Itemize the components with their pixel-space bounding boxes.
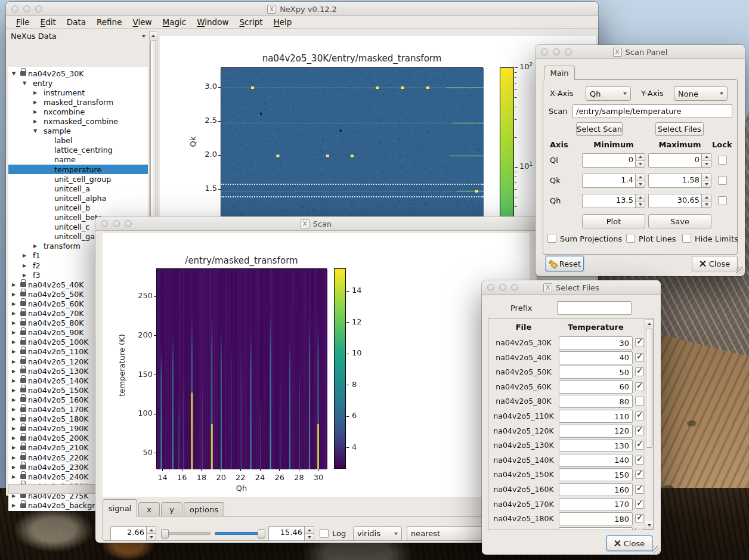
file-checkbox-na04v2o5_180K[interactable]: ✓ (635, 514, 644, 523)
spin-arrows[interactable] (635, 174, 645, 187)
tree-collapsed-icon[interactable]: ▶ (12, 339, 20, 345)
max-spinbox-Qh[interactable]: 30.65 (648, 194, 711, 208)
tree-item-instrument[interactable]: ▶instrument (8, 88, 148, 97)
tree-collapsed-icon[interactable]: ▶ (12, 301, 20, 307)
temperature-input-na04v2o5_110K[interactable]: 110 (559, 410, 633, 423)
menu-item-help[interactable]: Help (268, 17, 298, 27)
tree-item-name[interactable]: name (8, 155, 148, 165)
tree-collapsed-icon[interactable]: ▶ (12, 330, 20, 335)
tree-collapsed-icon[interactable]: ▶ (33, 109, 42, 115)
close-button[interactable]: Close (692, 256, 738, 271)
spin-up[interactable] (702, 174, 711, 181)
tree-collapsed-icon[interactable]: ▶ (12, 445, 20, 450)
menu-item-script[interactable]: Script (234, 17, 268, 27)
menu-item-window[interactable]: Window (191, 17, 234, 27)
resize-grip[interactable] (736, 267, 744, 275)
tree-collapsed-icon[interactable]: ▶ (12, 311, 20, 316)
temperature-input-na04v2o5_180K[interactable]: 180 (559, 512, 633, 525)
tree-item-nxcombine[interactable]: ▶nxcombine (8, 107, 148, 116)
tree-collapsed-icon[interactable]: ▶ (12, 369, 20, 374)
tree-collapsed-icon[interactable]: ▶ (12, 378, 20, 383)
reset-button[interactable]: Reset (546, 256, 584, 271)
tree-collapsed-icon[interactable]: ▶ (12, 397, 20, 403)
scan-titlebar[interactable]: X Scan (95, 216, 537, 231)
tab-options[interactable]: options (184, 502, 224, 516)
menu-item-file[interactable]: File (11, 17, 35, 27)
tree-collapsed-icon[interactable]: ▶ (23, 273, 31, 278)
file-checkbox-na04v2o5_80K[interactable] (635, 397, 644, 406)
tree-collapsed-icon[interactable]: ▶ (12, 474, 20, 479)
select-files-titlebar[interactable]: X Select Files (482, 280, 661, 295)
tree-item-unitcell_b[interactable]: unitcell_b (8, 203, 148, 212)
colormap-combobox[interactable]: viridis (353, 526, 402, 541)
tab-main[interactable]: Main (544, 66, 575, 80)
scan-heatmap-canvas[interactable] (157, 269, 327, 469)
tree-collapsed-icon[interactable]: ▶ (12, 359, 20, 364)
file-scrollbar-thumb[interactable] (646, 329, 652, 448)
save-button[interactable]: Save (648, 214, 711, 228)
prefix-input[interactable] (557, 301, 632, 315)
temperature-input-na04v2o5_130K[interactable]: 130 (559, 439, 633, 452)
tree-collapsed-icon[interactable]: ▶ (12, 455, 20, 460)
menu-item-refine[interactable]: Refine (91, 17, 127, 27)
temperature-input-na04v2o5_140K[interactable]: 140 (559, 454, 633, 467)
tree-item-unit_cell_group[interactable]: unit_cell_group (8, 174, 148, 184)
vmin-slider[interactable] (162, 532, 211, 535)
file-list-scrollbar[interactable] (645, 319, 654, 530)
tree-collapsed-icon[interactable]: ▶ (12, 426, 20, 431)
resize-grip[interactable] (652, 546, 660, 553)
spin-arrows[interactable] (701, 194, 711, 208)
spin-down[interactable] (636, 181, 645, 188)
tree-item-unitcell_a[interactable]: unitcell_a (8, 184, 148, 193)
spin-up[interactable] (636, 174, 645, 181)
file-checkbox-na04v2o5_50K[interactable]: ✓ (635, 367, 644, 376)
temperature-input-na04v2o5_160K[interactable]: 160 (559, 483, 633, 496)
tree-group-combobox[interactable]: NeXus Data (8, 31, 148, 41)
spin-arrows[interactable] (304, 527, 314, 540)
spin-down[interactable] (636, 202, 645, 208)
tree-collapsed-icon[interactable]: ▶ (12, 416, 20, 422)
spin-up[interactable] (702, 154, 711, 161)
plot-button[interactable]: Plot (582, 214, 645, 228)
file-checkbox-na04v2o5_40K[interactable]: ✓ (635, 353, 644, 362)
tree-item-masked_transform[interactable]: ▶masked_transform (8, 97, 148, 107)
spin-down[interactable] (702, 181, 711, 188)
min-spinbox-Ql[interactable]: 0 (582, 153, 645, 168)
spin-up[interactable] (702, 194, 711, 202)
min-spinbox-Qk[interactable]: 1.4 (582, 174, 645, 188)
file-checkbox-partial[interactable] (635, 528, 644, 530)
spin-up[interactable] (636, 194, 645, 202)
tree-collapsed-icon[interactable]: ▶ (12, 320, 20, 326)
select-files-button[interactable]: Select Files (655, 122, 704, 136)
tree-collapsed-icon[interactable]: ▶ (12, 493, 20, 499)
tree-item-unitcell_alpha[interactable]: unitcell_alpha (8, 193, 148, 203)
xaxis-combobox[interactable]: Qh (586, 86, 631, 101)
tree-item-na04v2o5_30K[interactable]: ▼na04v2o5_30K (8, 69, 148, 78)
select-scan-button[interactable]: Select Scan (576, 122, 623, 136)
temperature-input-na04v2o5_80K[interactable]: 80 (559, 395, 633, 408)
tree-expanded-icon[interactable]: ▼ (12, 71, 20, 76)
tree-collapsed-icon[interactable]: ▶ (23, 263, 31, 268)
spin-arrows[interactable] (701, 174, 711, 187)
tree-item-nxmasked_combine[interactable]: ▶nxmasked_combine (8, 117, 148, 126)
temperature-input-na04v2o5_150K[interactable]: 150 (559, 468, 633, 481)
menu-item-magic[interactable]: Magic (157, 17, 192, 27)
tree-item-label[interactable]: label (8, 136, 148, 146)
temperature-input-na04v2o5_120K[interactable]: 120 (559, 425, 633, 438)
spin-arrows[interactable] (701, 154, 711, 167)
temperature-input-na04v2o5_30K[interactable]: 30 (559, 336, 633, 349)
spin-arrows[interactable] (146, 527, 156, 540)
file-checkbox-na04v2o5_150K[interactable]: ✓ (635, 470, 644, 479)
menu-item-view[interactable]: View (127, 17, 157, 27)
hide-limits-checkbox[interactable] (682, 234, 691, 243)
tree-collapsed-icon[interactable]: ▶ (33, 100, 42, 105)
file-checkbox-na04v2o5_140K[interactable]: ✓ (635, 456, 644, 465)
menu-item-data[interactable]: Data (61, 17, 91, 27)
spin-down[interactable] (702, 161, 711, 168)
tree-item-entry[interactable]: ▼entry (8, 78, 148, 88)
file-checkbox-na04v2o5_120K[interactable]: ✓ (635, 426, 644, 435)
scroll-down-button[interactable] (645, 521, 653, 529)
tree-collapsed-icon[interactable]: ▶ (12, 465, 20, 470)
temperature-input-na04v2o5_60K[interactable]: 60 (559, 380, 633, 394)
close-button[interactable]: Close (606, 536, 652, 551)
